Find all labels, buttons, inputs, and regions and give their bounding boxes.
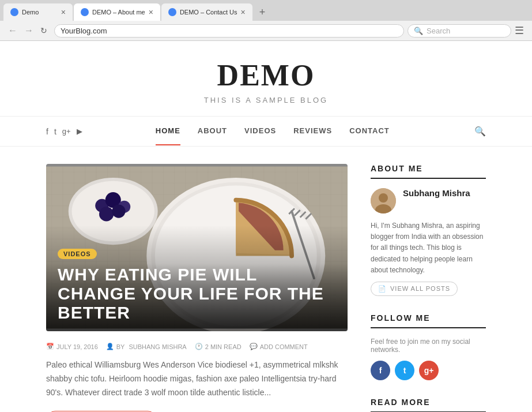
file-icon: 📄: [378, 285, 387, 293]
tab-contact[interactable]: DEMO – Contact Us ×: [161, 3, 252, 21]
blog-header: DEMO THIS IS A SAMPLE BLOG: [0, 41, 532, 116]
menu-button[interactable]: ☰: [511, 23, 527, 38]
nav-search-icon[interactable]: 🔍: [463, 117, 486, 146]
twitter-follow-button[interactable]: t: [395, 361, 414, 380]
nav-about[interactable]: ABOUT: [198, 117, 227, 145]
read-more-heading: READ MORE: [371, 398, 486, 412]
page-content: DEMO THIS IS A SAMPLE BLOG f t g+ ▶ HOME…: [0, 41, 532, 412]
nav-videos[interactable]: VIDEOS: [244, 117, 276, 145]
follow-me-heading: FOLLOW ME: [371, 313, 486, 328]
new-tab-button[interactable]: +: [254, 4, 271, 21]
comment-icon: 💬: [250, 343, 258, 350]
author-avatar: [371, 188, 396, 214]
social-icons: f t g+ ▶: [46, 127, 82, 136]
post-excerpt: Paleo ethical Williamsburg Wes Anderson …: [46, 358, 348, 399]
post-read-time: 🕐 2 MIN READ: [195, 343, 242, 350]
main-layout: VIDEOS WHY EATING PIE WILL CHANGE YOUR L…: [0, 147, 532, 412]
tab-label-2: DEMO – About me: [92, 9, 145, 16]
tab-favicon: [10, 8, 18, 16]
browser-controls: ← → ↻ 🔍 Search ☰: [0, 21, 532, 41]
follow-me-section: FOLLOW ME Feel free to join me on my soc…: [371, 313, 486, 380]
view-all-posts-button[interactable]: 📄 VIEW ALL POSTS: [371, 282, 458, 296]
tab-label: Demo: [22, 9, 58, 16]
blog-title: DEMO: [12, 58, 520, 92]
calendar-icon: 📅: [46, 343, 54, 350]
user-icon: 👤: [106, 343, 114, 350]
twitter-social-icon[interactable]: t: [54, 127, 56, 136]
read-more-section: READ MORE Why Eating Pie Will Change You…: [371, 398, 486, 412]
blog-subtitle: THIS IS A SAMPLE BLOG: [12, 96, 520, 104]
back-button[interactable]: ←: [5, 24, 21, 37]
search-icon: 🔍: [414, 27, 423, 35]
image-overlay: VIDEOS WHY EATING PIE WILL CHANGE YOUR L…: [46, 225, 348, 331]
tab-close-icon-2[interactable]: ×: [149, 8, 153, 16]
forward-button[interactable]: →: [21, 24, 37, 37]
author-bio: Hi, I'm Subhang Mishra, an aspiring blog…: [371, 220, 486, 276]
tab-about[interactable]: DEMO – About me ×: [74, 3, 160, 21]
about-me-section: ABOUT ME Subhang Mishra Hi, I'm Subhang …: [371, 164, 486, 296]
clock-icon: 🕐: [195, 343, 203, 350]
refresh-button[interactable]: ↻: [37, 25, 51, 36]
post-author: 👤 BY SUBHANG MISHRA: [106, 343, 187, 350]
youtube-social-icon[interactable]: ▶: [77, 127, 82, 136]
avatar-image: [371, 188, 396, 214]
nav-home[interactable]: HOME: [156, 117, 180, 145]
about-me-heading: ABOUT ME: [371, 164, 486, 179]
tab-close-icon-3[interactable]: ×: [241, 8, 246, 16]
tab-close-icon[interactable]: ×: [61, 8, 66, 16]
nav-links: HOME ABOUT VIDEOS REVIEWS CONTACT: [156, 117, 390, 145]
sidebar: ABOUT ME Subhang Mishra Hi, I'm Subhang …: [371, 164, 486, 412]
search-bar[interactable]: 🔍 Search: [408, 24, 511, 38]
featured-post-title: WHY EATING PIE WILL CHANGE YOUR LIFE FOR…: [58, 265, 336, 322]
author-name: Subhang Mishra: [403, 188, 470, 198]
tab-label-3: DEMO – Contact Us: [180, 9, 237, 16]
googleplus-social-icon[interactable]: g+: [62, 127, 71, 136]
nav-contact[interactable]: CONTACT: [349, 117, 390, 145]
post-meta: 📅 JULY 19, 2016 👤 BY SUBHANG MISHRA 🕐 2 …: [46, 343, 348, 350]
follow-description: Feel free to join me on my social networ…: [371, 338, 486, 354]
svg-point-21: [379, 193, 388, 203]
post-comment[interactable]: 💬 ADD COMMENT: [250, 343, 308, 350]
nav-reviews[interactable]: REVIEWS: [293, 117, 332, 145]
content-area: VIDEOS WHY EATING PIE WILL CHANGE YOUR L…: [46, 164, 348, 412]
social-follow-buttons: f t g+: [371, 361, 486, 380]
browser-chrome: Demo × DEMO – About me × DEMO – Contact …: [0, 0, 532, 41]
tab-bar: Demo × DEMO – About me × DEMO – Contact …: [0, 0, 532, 21]
search-placeholder: Search: [427, 27, 450, 35]
address-bar[interactable]: [54, 24, 404, 38]
tab-favicon-2: [81, 8, 89, 16]
post-date: 📅 JULY 19, 2016: [46, 343, 98, 350]
facebook-follow-button[interactable]: f: [371, 361, 390, 380]
post-category-tag: VIDEOS: [58, 249, 97, 259]
featured-image-container: VIDEOS WHY EATING PIE WILL CHANGE YOUR L…: [46, 164, 348, 331]
facebook-social-icon[interactable]: f: [46, 127, 48, 136]
featured-image: VIDEOS WHY EATING PIE WILL CHANGE YOUR L…: [46, 164, 348, 331]
about-author: Subhang Mishra: [371, 188, 486, 214]
nav-bar: f t g+ ▶ HOME ABOUT VIDEOS REVIEWS CONTA…: [0, 116, 532, 147]
googleplus-follow-button[interactable]: g+: [419, 361, 439, 380]
tab-favicon-3: [168, 8, 176, 16]
tab-demo[interactable]: Demo ×: [3, 3, 73, 21]
